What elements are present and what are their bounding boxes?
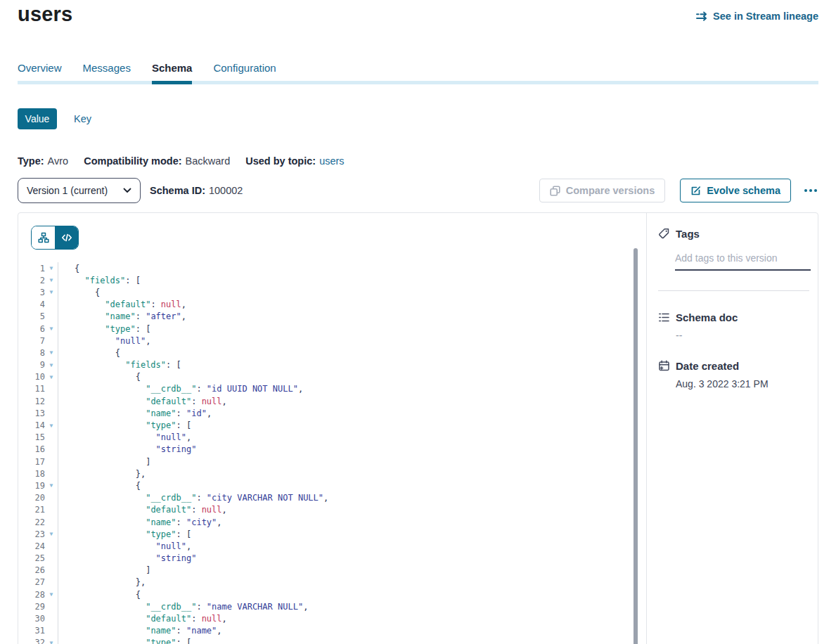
code-line-text: "string" <box>58 444 196 454</box>
code-line-text: }, <box>58 577 146 587</box>
schema-id-label: Schema ID: <box>150 185 205 196</box>
code-line: 1▼{ <box>18 262 646 274</box>
fold-gutter <box>45 395 58 407</box>
code-line-text: "default": null, <box>58 397 227 406</box>
more-actions-button[interactable] <box>803 185 818 196</box>
code-line: 12 "default": null, <box>18 395 646 407</box>
topic-link[interactable]: users <box>319 155 344 167</box>
date-created-title: Date created <box>676 360 739 372</box>
fold-arrow-icon[interactable]: ▼ <box>45 419 58 431</box>
code-line-text: "type": [ <box>58 638 191 644</box>
code-line: 18 }, <box>18 468 646 479</box>
fold-arrow-icon[interactable]: ▼ <box>45 323 58 335</box>
schema-page: users See in Stream lineage OverviewMess… <box>0 0 836 644</box>
line-number: 21 <box>18 505 45 515</box>
schema-id-value: 100002 <box>209 185 243 196</box>
editor-scrollbar[interactable] <box>634 248 638 644</box>
key-tab-link[interactable]: Key <box>74 113 91 124</box>
schema-code-editor[interactable]: 1▼{2▼ "fields": [3▼ {4 "default": null,5… <box>18 262 646 644</box>
code-line-text: "__crdb__": "city VARCHAR NOT NULL", <box>58 493 328 503</box>
code-line: 15 "null", <box>18 432 646 444</box>
line-number: 11 <box>18 384 45 394</box>
stream-lineage-link[interactable]: See in Stream lineage <box>696 11 818 22</box>
value-tab-button[interactable]: Value <box>18 108 57 129</box>
code-line-text: "null", <box>58 541 191 551</box>
line-number: 15 <box>18 432 45 442</box>
code-line: 25 "string" <box>18 553 646 565</box>
line-number: 12 <box>18 397 45 406</box>
line-number: 30 <box>18 614 45 624</box>
list-icon <box>658 311 670 323</box>
fold-arrow-icon[interactable]: ▼ <box>45 637 58 644</box>
fold-gutter <box>45 540 58 552</box>
fold-arrow-icon[interactable]: ▼ <box>45 479 58 491</box>
tab-underline-track <box>18 81 818 84</box>
code-line: 10▼ { <box>18 371 646 383</box>
code-line: 32▼ "type": [ <box>18 637 646 644</box>
code-view-button[interactable] <box>55 226 78 249</box>
code-line: 20 "__crdb__": "city VARCHAR NOT NULL", <box>18 492 646 504</box>
code-line-text: { <box>58 590 141 600</box>
chevron-down-icon <box>123 188 131 193</box>
code-line-text: { <box>58 372 141 382</box>
line-number: 20 <box>18 493 45 503</box>
fold-arrow-icon[interactable]: ▼ <box>45 528 58 540</box>
fold-arrow-icon[interactable]: ▼ <box>45 262 58 274</box>
line-number: 32 <box>18 638 45 644</box>
compare-versions-button[interactable]: Compare versions <box>539 179 666 202</box>
code-line-text: "name": "name", <box>58 626 222 636</box>
fold-gutter <box>45 577 58 588</box>
fold-gutter <box>45 456 58 468</box>
code-line-text: "default": null, <box>58 614 227 624</box>
code-line: 27 }, <box>18 577 646 588</box>
type-value: Avro <box>48 155 69 167</box>
ellipsis-icon <box>804 189 807 192</box>
code-line-text: "name": "after", <box>58 311 186 321</box>
fold-arrow-icon[interactable]: ▼ <box>45 359 58 371</box>
compatibility-value: Backward <box>186 155 231 167</box>
line-number: 18 <box>18 469 45 479</box>
date-created-section: Date created Aug. 3 2022 3:21 PM <box>658 360 809 389</box>
code-line-text: "type": [ <box>58 420 191 430</box>
fold-arrow-icon[interactable]: ▼ <box>45 274 58 286</box>
line-number: 1 <box>18 264 45 273</box>
used-by-topic-label: Used by topic: <box>245 155 316 167</box>
tree-view-icon <box>38 232 49 243</box>
fold-arrow-icon[interactable]: ▼ <box>45 286 58 298</box>
code-line-text: "fields": [ <box>58 276 141 285</box>
line-number: 19 <box>18 481 45 491</box>
line-number: 5 <box>18 311 45 321</box>
tab-messages[interactable]: Messages <box>83 62 131 74</box>
tag-icon <box>658 228 670 240</box>
code-line: 28▼ { <box>18 588 646 600</box>
line-number: 8 <box>18 348 45 358</box>
tags-input[interactable] <box>675 252 811 271</box>
code-line-text: ] <box>58 565 150 575</box>
tab-configuration[interactable]: Configuration <box>213 62 276 74</box>
fold-gutter <box>45 504 58 516</box>
fold-arrow-icon[interactable]: ▼ <box>45 588 58 600</box>
tab-overview[interactable]: Overview <box>18 62 62 74</box>
code-line: 4 "default": null, <box>18 299 646 311</box>
line-number: 25 <box>18 553 45 563</box>
fold-arrow-icon[interactable]: ▼ <box>45 371 58 383</box>
sidebar-divider <box>658 290 809 291</box>
evolve-schema-button[interactable]: Evolve schema <box>680 179 791 202</box>
code-line: 5 "name": "after", <box>18 311 646 323</box>
schema-doc-title: Schema doc <box>676 311 738 323</box>
tab-schema[interactable]: Schema <box>152 62 193 74</box>
line-number: 26 <box>18 565 45 575</box>
code-line: 7 "null", <box>18 335 646 347</box>
line-number: 14 <box>18 420 45 430</box>
code-line-text: { <box>58 481 141 491</box>
fold-gutter <box>45 383 58 395</box>
line-number: 17 <box>18 457 45 467</box>
compatibility-label: Compatibility mode: <box>84 155 181 167</box>
version-select[interactable]: Version 1 (current) <box>18 178 141 203</box>
fold-gutter <box>45 625 58 637</box>
fold-arrow-icon[interactable]: ▼ <box>45 347 58 359</box>
tree-view-button[interactable] <box>32 226 55 249</box>
code-line: 22 "name": "city", <box>18 516 646 528</box>
code-line-text: { <box>58 264 79 273</box>
code-line: 21 "default": null, <box>18 504 646 516</box>
